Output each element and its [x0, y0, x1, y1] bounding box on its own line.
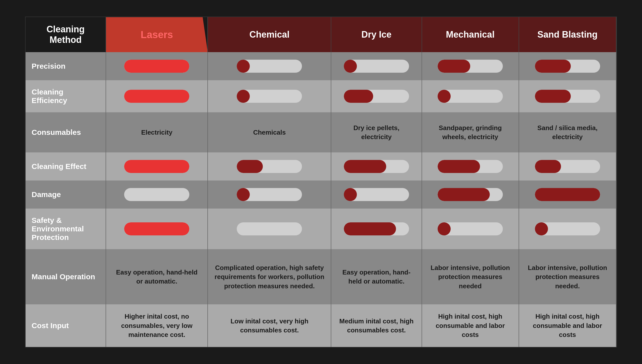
header-method: Cleaning Method — [26, 17, 106, 52]
cell-consumables-laser: Electricity — [106, 112, 208, 152]
cell-effect-laser — [106, 152, 208, 180]
cell-manual-mechanical: Labor intensive, pollution protection me… — [422, 249, 519, 304]
bar-precision-dryice — [344, 60, 409, 73]
bar-precision-mechanical — [438, 60, 503, 73]
comparison-table: Cleaning Method Lasers Chemical Dry Ice … — [25, 17, 617, 347]
bar-efficiency-mechanical — [438, 90, 503, 103]
bar-precision-sandblasting — [535, 60, 600, 73]
row-consumables: Consumables Electricity Chemicals Dry ic… — [26, 112, 616, 152]
cell-consumables-mechanical: Sandpaper, grinding wheels, electricity — [422, 112, 519, 152]
bar-efficiency-laser — [124, 90, 189, 103]
cell-damage-sandblasting — [519, 180, 616, 209]
bar-efficiency-dryice — [344, 90, 409, 103]
cell-effect-chemical — [208, 152, 331, 180]
cell-precision-mechanical — [422, 52, 519, 80]
cell-cost-laser: Higher inital cost, no consumables, very… — [106, 304, 208, 347]
cell-safety-dryice — [331, 209, 422, 249]
cell-cost-dryice: Medium inital cost, high consumables cos… — [331, 304, 422, 347]
label-cleaning-effect: Cleaning Effect — [26, 152, 106, 180]
label-consumables: Consumables — [26, 112, 106, 152]
cell-damage-laser — [106, 180, 208, 209]
row-manual-operation: Manual Operation Easy operation, hand-he… — [26, 249, 616, 304]
bar-damage-sandblasting — [535, 188, 600, 201]
row-cost-input: Cost Input Higher inital cost, no consum… — [26, 304, 616, 347]
header-dryice: Dry Ice — [331, 17, 422, 52]
cell-efficiency-laser — [106, 80, 208, 112]
cell-manual-laser: Easy operation, hand-held or automatic. — [106, 249, 208, 304]
header-row: Cleaning Method Lasers Chemical Dry Ice … — [26, 17, 616, 52]
bar-effect-laser — [124, 160, 189, 173]
bar-safety-dryice — [344, 222, 409, 235]
label-cost-input: Cost Input — [26, 304, 106, 347]
cell-manual-sandblasting: Labor intensive, pollution protection me… — [519, 249, 616, 304]
bar-effect-dryice — [344, 160, 409, 173]
header-sandblasting: Sand Blasting — [519, 17, 616, 52]
row-cleaning-effect: Cleaning Effect — [26, 152, 616, 180]
cell-precision-laser — [106, 52, 208, 80]
bar-safety-chemical — [237, 222, 302, 235]
cell-damage-chemical — [208, 180, 331, 209]
cell-precision-dryice — [331, 52, 422, 80]
cell-precision-sandblasting — [519, 52, 616, 80]
bar-safety-laser — [124, 222, 189, 235]
cell-manual-chemical: Complicated operation, high safety requi… — [208, 249, 331, 304]
cell-safety-mechanical — [422, 209, 519, 249]
cell-cost-sandblasting: High inital cost, high consumable and la… — [519, 304, 616, 347]
label-cleaning-efficiency: Cleaning Efficiency — [26, 80, 106, 112]
cell-efficiency-mechanical — [422, 80, 519, 112]
header-laser-label: Lasers — [141, 29, 173, 40]
header-laser: Lasers — [106, 17, 208, 52]
label-safety: Safety & Environmental Protection — [26, 209, 106, 249]
cell-effect-sandblasting — [519, 152, 616, 180]
bar-precision-laser — [124, 60, 189, 73]
label-damage: Damage — [26, 180, 106, 209]
bar-damage-dryice — [344, 188, 409, 201]
cell-damage-dryice — [331, 180, 422, 209]
cell-efficiency-sandblasting — [519, 80, 616, 112]
bar-efficiency-chemical — [237, 90, 302, 103]
row-safety: Safety & Environmental Protection — [26, 209, 616, 249]
cell-efficiency-dryice — [331, 80, 422, 112]
bar-safety-mechanical — [438, 222, 503, 235]
cell-consumables-chemical: Chemicals — [208, 112, 331, 152]
bar-damage-chemical — [237, 188, 302, 201]
label-manual-operation: Manual Operation — [26, 249, 106, 304]
bar-efficiency-sandblasting — [535, 90, 600, 103]
bar-safety-sandblasting — [535, 222, 600, 235]
cell-effect-dryice — [331, 152, 422, 180]
cell-damage-mechanical — [422, 180, 519, 209]
row-cleaning-efficiency: Cleaning Efficiency — [26, 80, 616, 112]
bar-effect-sandblasting — [535, 160, 600, 173]
bar-damage-laser — [124, 188, 189, 201]
cell-cost-chemical: Low inital cost, very high consumables c… — [208, 304, 331, 347]
bar-effect-mechanical — [438, 160, 503, 173]
cell-consumables-dryice: Dry ice pellets, electricity — [331, 112, 422, 152]
row-precision: Precision — [26, 52, 616, 80]
cell-cost-mechanical: High inital cost, high consumable and la… — [422, 304, 519, 347]
cell-manual-dryice: Easy operation, hand-held or automatic. — [331, 249, 422, 304]
bar-effect-chemical — [237, 160, 302, 173]
row-damage: Damage — [26, 180, 616, 209]
cell-consumables-sandblasting: Sand / silica media, electricity — [519, 112, 616, 152]
bar-damage-mechanical — [438, 188, 503, 201]
cell-safety-sandblasting — [519, 209, 616, 249]
header-mechanical: Mechanical — [422, 17, 519, 52]
bar-precision-chemical — [237, 60, 302, 73]
cell-effect-mechanical — [422, 152, 519, 180]
header-chemical: Chemical — [208, 17, 331, 52]
cell-precision-chemical — [208, 52, 331, 80]
label-precision: Precision — [26, 52, 106, 80]
cell-safety-laser — [106, 209, 208, 249]
cell-safety-chemical — [208, 209, 331, 249]
cell-efficiency-chemical — [208, 80, 331, 112]
